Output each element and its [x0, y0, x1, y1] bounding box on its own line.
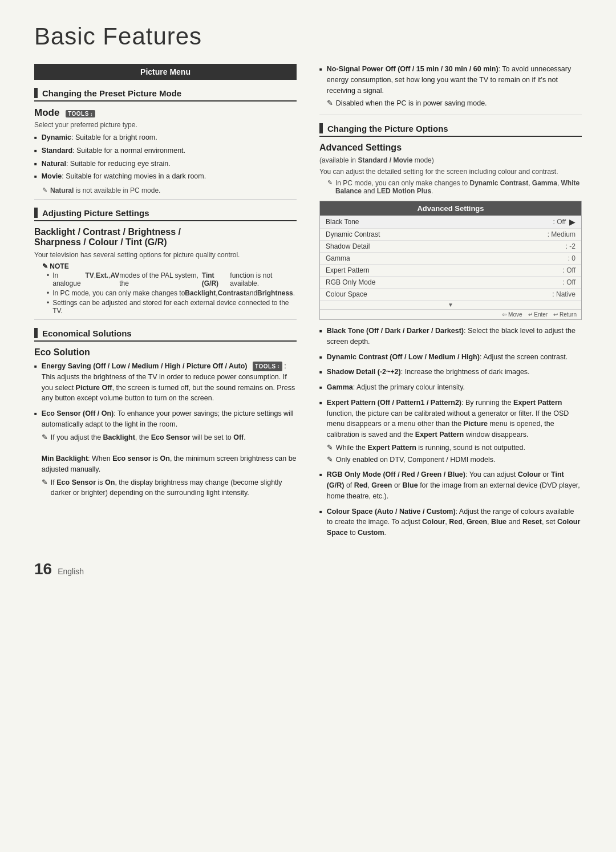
adv-item-colour-space: Colour Space (Auto / Native / Custom): A…	[319, 506, 582, 538]
adv-scroll-down: ▼	[320, 301, 581, 309]
advanced-items-list: Black Tone (Off / Dark / Darker / Darkes…	[319, 326, 582, 538]
advanced-pc-note: In PC mode, you can only make changes to…	[319, 179, 582, 195]
mode-title: Mode TOOLS↕	[34, 107, 297, 119]
left-column: Picture Menu Changing the Preset Picture…	[34, 64, 297, 543]
page-footer: 16 English	[34, 560, 582, 578]
section-heading-adjusting: Adjusting Picture Settings	[34, 208, 297, 221]
mode-note: Natural is not available in PC mode.	[34, 186, 297, 194]
list-item: Standard: Suitable for a normal environm…	[34, 145, 297, 156]
section-heading-economical: Economical Solutions	[34, 328, 297, 342]
adv-row-shadow-detail: Shadow Detail : -2	[320, 241, 581, 253]
adv-row-gamma: Gamma : 0	[320, 253, 581, 265]
backlight-section-title: Backlight / Contrast / Brightness /Sharp…	[34, 227, 297, 248]
adv-item-rgb-only-mode: RGB Only Mode (Off / Red / Green / Blue)…	[319, 469, 582, 501]
note-sub-2: In PC mode, you can only make changes to…	[34, 289, 297, 297]
adv-item-black-tone: Black Tone (Off / Dark / Darker / Darkes…	[319, 326, 582, 347]
eco-solution-title: Eco Solution	[34, 347, 297, 358]
no-signal-item: No-Signal Power Off (Off / 15 min / 30 m…	[319, 64, 582, 109]
adv-settings-header: Advanced Settings	[320, 201, 581, 216]
adv-row-expert-pattern: Expert Pattern : Off	[320, 265, 581, 277]
adv-item-dynamic-contrast: Dynamic Contrast (Off / Low / Medium / H…	[319, 352, 582, 363]
page-number: 16	[34, 560, 52, 578]
advanced-description: You can adjust the detailed setting for …	[319, 168, 582, 176]
page-language: English	[58, 567, 84, 576]
backlight-description: Your television has several setting opti…	[34, 251, 297, 259]
list-item: Movie: Suitable for watching movies in a…	[34, 171, 297, 182]
note-sub-1: In analogue TV, Ext., AV modes of the PA…	[34, 271, 297, 287]
page-title: Basic Features	[34, 23, 582, 50]
list-item: Natural: Suitable for reducing eye strai…	[34, 159, 297, 169]
tools-badge: TOOLS↕	[66, 110, 95, 117]
mode-list: Dynamic: Suitable for a bright room. Sta…	[34, 132, 297, 182]
advanced-availability: (available in Standard / Movie mode)	[319, 156, 582, 164]
list-item: Dynamic: Suitable for a bright room.	[34, 132, 297, 143]
eco-energy-item: Energy Saving (Off / Low / Medium / High…	[34, 361, 297, 404]
eco-list: Energy Saving (Off / Low / Medium / High…	[34, 361, 297, 498]
mode-description: Select your preferred picture type.	[34, 121, 297, 129]
note-label: ✎ NOTE	[34, 262, 297, 270]
adv-item-expert-pattern: Expert Pattern (Off / Pattern1 / Pattern…	[319, 397, 582, 465]
eco-sensor-item: Eco Sensor (Off / On): To enhance your p…	[34, 408, 297, 498]
adv-row-dynamic-contrast: Dynamic Contrast : Medium	[320, 229, 581, 241]
note-block: ✎ NOTE In analogue TV, Ext., AV modes of…	[34, 262, 297, 315]
adv-row-colour-space: Colour Space : Native	[320, 289, 581, 301]
adv-row-rgb-only-mode: RGB Only Mode : Off	[320, 277, 581, 289]
right-column: No-Signal Power Off (Off / 15 min / 30 m…	[319, 64, 582, 543]
section-heading-picture-options: Changing the Picture Options	[319, 123, 582, 137]
adv-item-gamma: Gamma: Adjust the primary colour intensi…	[319, 382, 582, 393]
adv-item-shadow-detail: Shadow Detail (-2~+2): Increase the brig…	[319, 367, 582, 378]
tools-badge-energy: TOOLS↕	[253, 362, 282, 371]
adv-row-black-tone: Black Tone : Off▶	[320, 216, 581, 229]
section-heading-preset-mode: Changing the Preset Picture Mode	[34, 88, 297, 102]
advanced-settings-title: Advanced Settings	[319, 143, 582, 153]
no-signal-list: No-Signal Power Off (Off / 15 min / 30 m…	[319, 64, 582, 109]
advanced-settings-table: Advanced Settings Black Tone : Off▶ Dyna…	[319, 201, 582, 320]
adv-settings-footer: ⇦ Move ↵ Enter ↩ Return	[320, 309, 581, 319]
note-sub-3: Settings can be adjusted and stored for …	[34, 299, 297, 315]
picture-menu-header: Picture Menu	[34, 64, 297, 80]
